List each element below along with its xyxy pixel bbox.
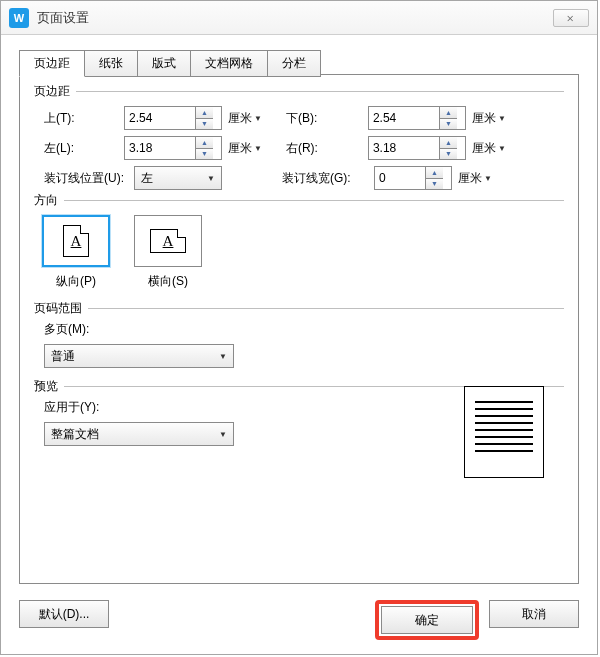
unit-right[interactable]: 厘米▼ (472, 140, 506, 157)
spin-up-icon[interactable]: ▲ (196, 137, 213, 148)
input-top[interactable] (125, 107, 195, 129)
tab-columns[interactable]: 分栏 (267, 50, 321, 77)
spinner-top[interactable]: ▲▼ (124, 106, 222, 130)
chevron-down-icon: ▼ (219, 430, 227, 439)
group-preview-legend: 预览 (34, 378, 64, 395)
group-orientation: 方向 A 纵向(P) A 横向(S) (34, 200, 564, 290)
dialog-window: W 页面设置 ⨉ 页边距 纸张 版式 文档网格 分栏 页边距 上(T): (0, 0, 598, 655)
spin-down-icon[interactable]: ▼ (440, 148, 457, 160)
label-gutter-pos: 装订线位置(U): (34, 170, 134, 187)
label-left: 左(L): (34, 140, 124, 157)
orientation-portrait[interactable]: A (42, 215, 110, 267)
ok-highlight: 确定 (375, 600, 479, 640)
unit-top[interactable]: 厘米▼ (228, 110, 262, 127)
group-preview: 预览 应用于(Y): 整篇文档 ▼ (34, 386, 564, 486)
tab-grid[interactable]: 文档网格 (190, 50, 268, 77)
page-landscape-icon: A (150, 229, 186, 253)
spin-up-icon[interactable]: ▲ (440, 137, 457, 148)
client-area: 页边距 纸张 版式 文档网格 分栏 页边距 上(T): ▲▼ 厘米 (1, 36, 597, 654)
spin-down-icon[interactable]: ▼ (196, 118, 213, 130)
group-pages: 页码范围 多页(M): 普通 ▼ (34, 308, 564, 372)
input-bottom[interactable] (369, 107, 439, 129)
select-gutter-pos[interactable]: 左 ▼ (134, 166, 222, 190)
spin-down-icon[interactable]: ▼ (440, 118, 457, 130)
select-multi[interactable]: 普通 ▼ (44, 344, 234, 368)
tab-layout[interactable]: 版式 (137, 50, 191, 77)
spinner-right[interactable]: ▲▼ (368, 136, 466, 160)
margins-panel: 页边距 上(T): ▲▼ 厘米▼ 下(B): ▲▼ (20, 75, 578, 504)
orientation-landscape[interactable]: A (134, 215, 202, 267)
spinner-gutter-width[interactable]: ▲▼ (374, 166, 452, 190)
select-apply[interactable]: 整篇文档 ▼ (44, 422, 234, 446)
tab-paper[interactable]: 纸张 (84, 50, 138, 77)
label-landscape: 横向(S) (134, 273, 202, 290)
unit-gutter[interactable]: 厘米▼ (458, 170, 492, 187)
tab-margins[interactable]: 页边距 (19, 50, 85, 77)
spin-up-icon[interactable]: ▲ (196, 107, 213, 118)
select-multi-value: 普通 (51, 348, 75, 365)
preview-icon (464, 386, 544, 478)
label-bottom: 下(B): (280, 110, 368, 127)
tab-panel: 页边距 纸张 版式 文档网格 分栏 页边距 上(T): ▲▼ 厘米 (19, 74, 579, 584)
spin-up-icon[interactable]: ▲ (440, 107, 457, 118)
unit-bottom[interactable]: 厘米▼ (472, 110, 506, 127)
select-gutter-pos-value: 左 (141, 170, 153, 187)
input-gutter-width[interactable] (375, 167, 425, 189)
spinner-bottom[interactable]: ▲▼ (368, 106, 466, 130)
group-margins-legend: 页边距 (34, 83, 76, 100)
close-button[interactable]: ⨉ (553, 9, 589, 27)
group-orientation-legend: 方向 (34, 192, 64, 209)
titlebar: W 页面设置 ⨉ (1, 1, 597, 35)
input-left[interactable] (125, 137, 195, 159)
label-top: 上(T): (34, 110, 124, 127)
tabstrip: 页边距 纸张 版式 文档网格 分栏 (19, 50, 320, 77)
unit-left[interactable]: 厘米▼ (228, 140, 262, 157)
label-right: 右(R): (280, 140, 368, 157)
window-title: 页面设置 (37, 9, 89, 27)
spin-down-icon[interactable]: ▼ (426, 178, 443, 190)
label-multi: 多页(M): (34, 321, 564, 338)
spin-down-icon[interactable]: ▼ (196, 148, 213, 160)
default-button[interactable]: 默认(D)... (19, 600, 109, 628)
input-right[interactable] (369, 137, 439, 159)
group-margins: 页边距 上(T): ▲▼ 厘米▼ 下(B): ▲▼ (34, 91, 564, 190)
page-portrait-icon: A (63, 225, 89, 257)
select-apply-value: 整篇文档 (51, 426, 99, 443)
chevron-down-icon: ▼ (219, 352, 227, 361)
cancel-button[interactable]: 取消 (489, 600, 579, 628)
ok-button[interactable]: 确定 (381, 606, 473, 634)
label-gutter-width: 装订线宽(G): (282, 170, 374, 187)
label-portrait: 纵向(P) (42, 273, 110, 290)
spin-up-icon[interactable]: ▲ (426, 167, 443, 178)
group-pages-legend: 页码范围 (34, 300, 88, 317)
spinner-left[interactable]: ▲▼ (124, 136, 222, 160)
footer: 默认(D)... 确定 取消 (19, 600, 579, 640)
chevron-down-icon: ▼ (207, 174, 215, 183)
app-icon: W (9, 8, 29, 28)
